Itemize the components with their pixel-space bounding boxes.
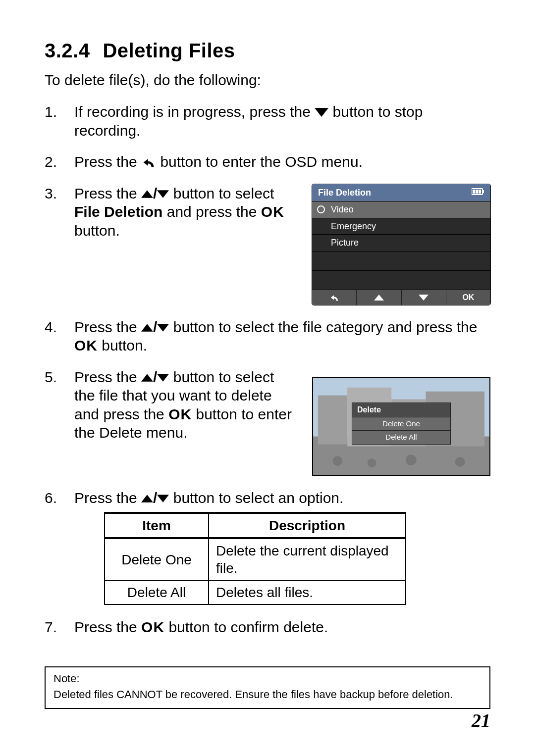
intro-text: To delete file(s), do the following: bbox=[45, 72, 490, 89]
file-deletion-screen: File Deletion Video Emergency bbox=[312, 184, 490, 305]
step-6-post: button to select an option. bbox=[173, 490, 344, 506]
screen1-item0: Video bbox=[331, 204, 354, 214]
down-icon bbox=[157, 321, 169, 334]
screen1-item-picture[interactable]: Picture bbox=[312, 234, 490, 251]
note-heading: Note: bbox=[54, 672, 482, 685]
nav-ok-label: OK bbox=[462, 293, 474, 302]
screen1-item-emergency[interactable]: Emergency bbox=[312, 218, 490, 235]
step-3-post: button. bbox=[74, 222, 120, 239]
svg-point-15 bbox=[333, 456, 343, 466]
section-number: 3.2.4 bbox=[45, 40, 90, 61]
svg-rect-11 bbox=[318, 395, 347, 444]
ok-label: OK bbox=[74, 337, 98, 353]
step-3: Press the / button to select File Deleti… bbox=[45, 184, 490, 305]
step-1: If recording is in progress, press the b… bbox=[45, 102, 490, 140]
radio-icon bbox=[317, 205, 325, 213]
nav-down-button[interactable] bbox=[401, 290, 446, 305]
delete-menu-overlay: Delete Delete One Delete All bbox=[352, 403, 451, 445]
td-item-0: Delete One bbox=[105, 538, 209, 580]
nav-back-button[interactable] bbox=[312, 290, 356, 305]
step-7-post: button to confirm delete. bbox=[164, 619, 328, 635]
section-heading: 3.2.4Deleting Files bbox=[45, 40, 490, 62]
up-icon bbox=[141, 371, 153, 384]
down-icon bbox=[157, 188, 169, 201]
step-3-pre: Press the bbox=[74, 185, 141, 202]
down-icon bbox=[157, 371, 169, 384]
td-desc-0: Delete the current displayed file. bbox=[209, 538, 406, 580]
screen1-item1: Emergency bbox=[331, 221, 376, 231]
step-2: Press the button to enter the OSD menu. bbox=[45, 152, 490, 171]
page-number: 21 bbox=[472, 709, 490, 731]
delete-menu-title: Delete bbox=[352, 403, 451, 417]
up-icon bbox=[141, 188, 153, 201]
screen1-titlebar: File Deletion bbox=[312, 184, 490, 202]
back-icon bbox=[141, 156, 156, 169]
step-6-pre: Press the bbox=[74, 490, 141, 506]
step-3-mid2: and press the bbox=[162, 203, 261, 220]
screen1-item2: Picture bbox=[331, 238, 359, 248]
screen1-blank1 bbox=[312, 251, 490, 270]
step-2-pre: Press the bbox=[74, 153, 141, 170]
note-box: Note: Deleted files CANNOT be recovered.… bbox=[45, 666, 490, 709]
svg-point-16 bbox=[368, 458, 376, 467]
ok-label: OK bbox=[261, 203, 284, 220]
down-icon bbox=[315, 106, 328, 119]
step-3-mid1: button to select bbox=[173, 185, 274, 202]
options-table: Item Description Delete One Delete the c… bbox=[104, 512, 406, 605]
step-4: Press the / button to select the file ca… bbox=[45, 318, 490, 355]
battery-icon bbox=[472, 187, 484, 199]
note-body: Deleted files CANNOT be recovered. Ensur… bbox=[54, 688, 482, 701]
delete-all-option[interactable]: Delete All bbox=[352, 431, 451, 445]
step-4-post: button. bbox=[98, 337, 147, 353]
delete-one-option[interactable]: Delete One bbox=[352, 417, 451, 431]
table-row: Delete One Delete the current displayed … bbox=[105, 538, 406, 580]
ok-label: OK bbox=[141, 619, 164, 635]
nav-up-button[interactable] bbox=[356, 290, 401, 305]
step-5-pre: Press the bbox=[74, 369, 141, 385]
svg-point-17 bbox=[406, 454, 417, 465]
step-3-bold: File Deletion bbox=[74, 203, 162, 220]
step-6: Press the / button to select an option. … bbox=[45, 489, 490, 605]
screen1-navbar: OK bbox=[312, 290, 490, 305]
screen1-item-video[interactable]: Video bbox=[312, 201, 490, 218]
th-item: Item bbox=[105, 513, 209, 538]
down-icon bbox=[419, 295, 428, 301]
step-4-mid1: button to select the file category and p… bbox=[173, 319, 478, 335]
step-1-pre: If recording is in progress, press the bbox=[74, 103, 315, 120]
screen1-blank2 bbox=[312, 270, 490, 290]
step-5: Press the / button to select the file th… bbox=[45, 368, 490, 476]
back-icon bbox=[329, 294, 340, 302]
step-7: Press the OK button to confirm delete. bbox=[45, 618, 490, 637]
section-title-text: Deleting Files bbox=[103, 40, 235, 61]
delete-preview-screen: Delete Delete One Delete All bbox=[312, 377, 490, 476]
step-4-pre: Press the bbox=[74, 319, 141, 335]
svg-point-18 bbox=[455, 457, 465, 467]
screen1-title: File Deletion bbox=[318, 187, 371, 199]
down-icon bbox=[157, 492, 169, 505]
nav-ok-button[interactable]: OK bbox=[446, 290, 490, 305]
up-icon bbox=[141, 321, 153, 334]
table-row: Delete All Deletes all files. bbox=[105, 580, 406, 605]
td-desc-1: Deletes all files. bbox=[209, 580, 406, 605]
up-icon bbox=[374, 295, 384, 301]
ok-label: OK bbox=[168, 406, 192, 422]
step-2-post: button to enter the OSD menu. bbox=[160, 153, 363, 170]
up-icon bbox=[141, 492, 153, 505]
th-desc: Description bbox=[209, 513, 406, 538]
td-item-1: Delete All bbox=[105, 580, 209, 605]
step-7-pre: Press the bbox=[74, 619, 141, 635]
